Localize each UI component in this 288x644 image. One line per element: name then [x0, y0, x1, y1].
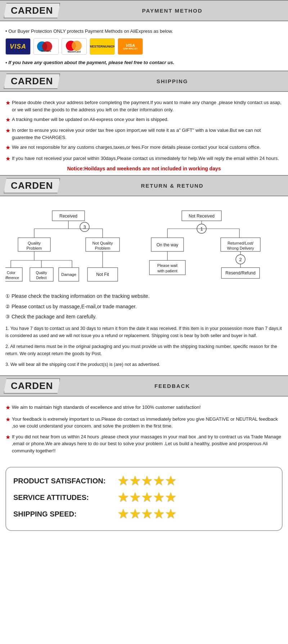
feedback-content: ★ We aim to maintain high standards of e… — [0, 400, 288, 461]
flowchart: Received 3 Quality Problem Not Quality — [5, 207, 283, 286]
satisfaction-box: PRODUCT SATISFACTION: ★ ★ ★ ★ ★ SERVICE … — [5, 467, 283, 531]
star-1-4: ★ — [153, 474, 164, 488]
sat-stars-1: ★ ★ ★ ★ ★ — [118, 474, 176, 488]
svg-rect-46 — [149, 260, 185, 275]
svg-point-32 — [197, 224, 206, 233]
star-3-3: ★ — [141, 507, 152, 521]
sat-row-1: PRODUCT SATISFACTION: ★ ★ ★ ★ ★ — [13, 474, 275, 488]
feedback-item-1: ★ We aim to maintain high standards of e… — [5, 404, 283, 412]
svg-text:Resend/Refund: Resend/Refund — [225, 270, 255, 276]
svg-text:with patient: with patient — [157, 269, 177, 273]
shipping-content: ★ Please double check your address befor… — [0, 95, 288, 175]
payment-icons-row: VISA Maestro MasterCard WESTERNUNION — [5, 38, 283, 55]
qiwi-icon: VISA QIWI WALLET — [118, 38, 143, 55]
star-2-5: ★ — [165, 491, 176, 504]
star-1-3: ★ — [141, 474, 152, 488]
sat-label-2: SERVICE ATTITUDES: — [13, 493, 118, 502]
sat-row-3: SHIPPING SPEED: ★ ★ ★ ★ ★ — [13, 507, 275, 521]
svg-point-43 — [236, 255, 245, 264]
shipping-text-4: We are not responsible for any customs c… — [12, 144, 261, 151]
svg-text:Damage: Damage — [61, 272, 76, 277]
shipping-notice: Notice:Hoildays and weekends are not inc… — [5, 166, 283, 171]
star-2-4: ★ — [153, 491, 164, 504]
star-bullet-2: ★ — [5, 116, 10, 124]
payment-header: CARDEN PAYMENT METHOD — [0, 0, 288, 21]
shipping-text-5: If you have not received your parcel wit… — [12, 155, 279, 162]
svg-rect-40 — [221, 238, 260, 251]
return-num-3: ③ Check the package and item carefully. — [5, 313, 283, 321]
shipping-item-2: ★ A tracking number will be updated on A… — [5, 116, 283, 124]
svg-rect-0 — [52, 211, 85, 221]
sat-row-2: SERVICE ATTITUDES: ★ ★ ★ ★ ★ — [13, 491, 275, 504]
svg-text:difference: difference — [5, 276, 19, 280]
star-bullet-3: ★ — [5, 127, 10, 135]
return-num-1: ① Please check the tracking information … — [5, 292, 283, 300]
feedback-title: FEEDBACK — [60, 383, 284, 389]
payment-title: PAYMENT METHOD — [60, 8, 284, 14]
star-1-2: ★ — [130, 474, 140, 488]
star-bullet-4: ★ — [5, 144, 10, 152]
star-3-2: ★ — [130, 507, 140, 521]
payment-section: CARDEN PAYMENT METHOD • Our Buyer Protec… — [0, 0, 288, 71]
svg-rect-30 — [182, 211, 221, 221]
svg-rect-8 — [18, 238, 50, 251]
svg-text:On the way: On the way — [157, 242, 179, 247]
feedback-star-1: ★ — [5, 404, 10, 412]
svg-text:Color: Color — [7, 271, 16, 275]
maestro-icon: Maestro — [33, 38, 59, 55]
feedback-section: CARDEN FEEDBACK ★ We aim to maintain hig… — [0, 375, 288, 461]
star-3-5: ★ — [165, 507, 176, 521]
svg-rect-38 — [151, 238, 184, 251]
feedback-brand: CARDEN — [4, 378, 60, 394]
feedback-star-3: ★ — [5, 433, 10, 441]
return-section: CARDEN RETURN & RETUND Received 3 — [0, 175, 288, 375]
svg-text:Not Fit: Not Fit — [96, 272, 109, 277]
shipping-section: CARDEN SHIPPING ★ Please double check yo… — [0, 71, 288, 175]
svg-text:Not  Received: Not Received — [189, 214, 215, 219]
return-title: RETURN & RETUND — [60, 183, 284, 189]
shipping-header: CARDEN SHIPPING — [0, 71, 288, 92]
return-num-2: ② Please contact us by massage,E-mail,or… — [5, 303, 283, 310]
svg-text:Received: Received — [59, 214, 77, 219]
star-2-3: ★ — [141, 491, 152, 504]
svg-rect-51 — [221, 268, 260, 278]
svg-text:1: 1 — [200, 226, 203, 232]
star-2-1: ★ — [118, 491, 128, 504]
shipping-text-2: A tracking number will be updated on Ali… — [12, 116, 168, 123]
svg-rect-22 — [30, 268, 53, 281]
shipping-text-3: In order to ensure you receive your orde… — [12, 127, 283, 141]
feedback-star-2: ★ — [5, 416, 10, 424]
sat-label-3: SHIPPING SPEED: — [13, 510, 118, 518]
payment-note: • Our Buyer Protection ONLY protects Pay… — [5, 28, 283, 34]
return-brand: CARDEN — [4, 178, 60, 193]
svg-rect-19 — [5, 268, 22, 281]
star-1-5: ★ — [165, 474, 176, 488]
feedback-text-1: We aim to maintain high standards of exc… — [12, 404, 201, 411]
shipping-item-5: ★ If you have not received your parcel w… — [5, 155, 283, 163]
svg-text:Quality: Quality — [28, 241, 41, 245]
sat-label-1: PRODUCT SATISFACTION: — [13, 477, 118, 485]
svg-text:Returned/Lost/: Returned/Lost/ — [228, 241, 254, 245]
svg-text:3: 3 — [83, 224, 86, 230]
svg-text:Not Quality: Not Quality — [93, 241, 113, 245]
mastercard-icon: MasterCard — [62, 38, 87, 55]
star-1-1: ★ — [118, 474, 128, 488]
shipping-item-4: ★ We are not responsible for any customs… — [5, 144, 283, 152]
feedback-text-2: Your feedback is extremely important to … — [12, 416, 283, 430]
return-rules: 1. You have 7 days to contact us and 30 … — [5, 325, 283, 368]
star-2-2: ★ — [130, 491, 140, 504]
svg-rect-28 — [87, 268, 118, 281]
star-3-1: ★ — [118, 507, 128, 521]
star-bullet-5: ★ — [5, 155, 10, 163]
return-rule-2: 2. All returned items must be in the ori… — [5, 343, 283, 357]
shipping-title: SHIPPING — [60, 78, 284, 84]
shipping-text-1: Please double check your address before … — [12, 99, 283, 113]
svg-text:Please wait: Please wait — [157, 263, 177, 268]
svg-rect-25 — [59, 268, 79, 281]
return-rule-1: 1. You have 7 days to contact us and 30 … — [5, 325, 283, 339]
sat-stars-2: ★ ★ ★ ★ ★ — [118, 491, 176, 504]
shipping-item-3: ★ In order to ensure you receive your or… — [5, 127, 283, 141]
payment-contact: • If you have any question about the pay… — [5, 60, 283, 65]
feedback-header: CARDEN FEEDBACK — [0, 375, 288, 397]
western-union-icon: WESTERNUNION — [90, 38, 115, 55]
